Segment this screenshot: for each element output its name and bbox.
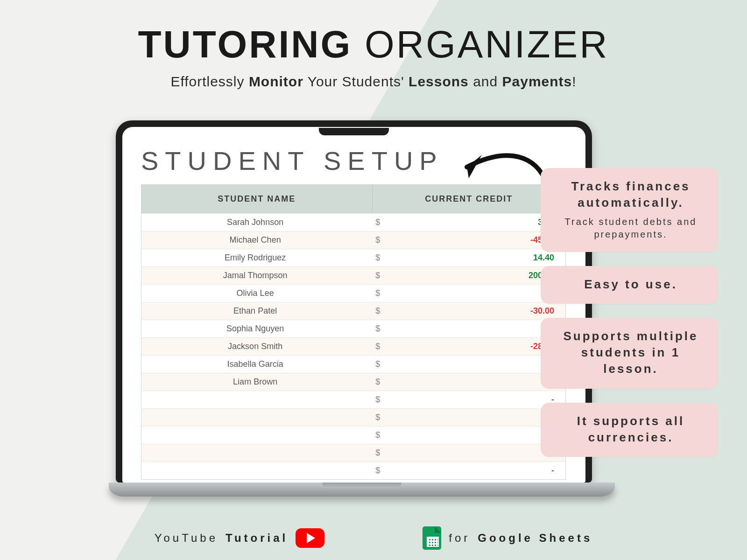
cell-student-name[interactable]: Sophia Nguyen <box>141 320 369 337</box>
table-row[interactable]: Emily Rodriguez$14.40 <box>141 249 565 266</box>
currency-symbol: $ <box>375 306 380 316</box>
table-row[interactable]: Isabella Garcia$- <box>141 355 565 373</box>
laptop-base <box>109 483 615 497</box>
cell-current-credit[interactable]: $- <box>369 356 565 373</box>
page-title: TUTORING ORGANIZER <box>0 22 747 66</box>
cell-current-credit[interactable]: $- <box>369 373 565 391</box>
table-row[interactable]: $- <box>141 444 565 462</box>
currency-symbol: $ <box>375 253 380 263</box>
currency-symbol: $ <box>375 430 380 440</box>
cell-student-name[interactable] <box>141 391 369 408</box>
cell-student-name[interactable] <box>141 444 369 462</box>
title-bold: TUTORING <box>138 23 352 65</box>
callout-heading: Easy to use. <box>556 276 706 293</box>
cell-student-name[interactable] <box>141 462 369 479</box>
headline: TUTORING ORGANIZER <box>0 22 747 66</box>
title-light: ORGANIZER <box>365 23 609 65</box>
callout-heading: It supports all currencies. <box>556 413 706 446</box>
currency-symbol: $ <box>375 413 380 422</box>
currency-symbol: $ <box>375 342 380 351</box>
table-row[interactable]: Olivia Lee$- <box>141 284 565 302</box>
cell-current-credit[interactable]: $-28.64 <box>369 338 565 355</box>
subheadline: Effortlessly Monitor Your Students' Less… <box>0 74 747 90</box>
table-row[interactable]: Sophia Nguyen$- <box>141 320 565 337</box>
cell-current-credit[interactable]: $- <box>369 409 565 426</box>
currency-symbol: $ <box>375 235 380 245</box>
table-row[interactable]: Ethan Patel$-30.00 <box>141 302 565 320</box>
cell-student-name[interactable]: Olivia Lee <box>141 285 369 302</box>
currency-symbol: $ <box>375 448 380 458</box>
currency-symbol: $ <box>375 271 380 280</box>
currency-symbol: $ <box>375 395 380 405</box>
cell-student-name[interactable]: Liam Brown <box>141 373 369 391</box>
callout-heading: Tracks finances automatically. <box>556 178 706 211</box>
cell-current-credit[interactable]: $- <box>369 320 565 337</box>
cell-current-credit[interactable]: $- <box>369 285 565 302</box>
laptop-hinge-notch <box>322 483 402 488</box>
currency-symbol: $ <box>375 377 380 387</box>
footer-strip: YouTube Tutorial for Google Sheets <box>0 526 747 550</box>
table-row[interactable]: Michael Chen$-45.00 <box>141 231 565 249</box>
youtube-tutorial-link[interactable]: YouTube Tutorial <box>155 528 325 548</box>
cell-student-name[interactable]: Emily Rodriguez <box>141 249 369 266</box>
col-header-name: STUDENT NAME <box>141 185 372 213</box>
credit-value: - <box>551 466 554 476</box>
cell-student-name[interactable] <box>141 427 369 444</box>
cell-current-credit[interactable]: $-30.00 <box>369 302 565 320</box>
google-sheets-link[interactable]: for Google Sheets <box>423 526 592 550</box>
currency-symbol: $ <box>375 288 380 298</box>
currency-symbol: $ <box>375 324 380 334</box>
callouts: Tracks finances automatically.Track stud… <box>541 168 718 457</box>
currency-symbol: $ <box>375 466 380 476</box>
cell-student-name[interactable]: Jackson Smith <box>141 338 369 355</box>
callout-card: It supports all currencies. <box>541 403 718 457</box>
callout-card: Supports multiple students in 1 lesson. <box>541 318 718 388</box>
cell-current-credit[interactable]: $14.40 <box>369 249 565 266</box>
cell-student-name[interactable]: Michael Chen <box>141 231 369 249</box>
cell-student-name[interactable]: Ethan Patel <box>141 302 369 320</box>
table-row[interactable]: Jamal Thompson$200.00 <box>141 266 565 284</box>
callout-card: Easy to use. <box>541 266 718 304</box>
youtube-icon <box>296 528 324 548</box>
cell-student-name[interactable]: Jamal Thompson <box>141 267 369 284</box>
cell-student-name[interactable] <box>141 409 369 426</box>
callout-heading: Supports multiple students in 1 lesson. <box>556 328 706 377</box>
cell-student-name[interactable]: Sarah Johnson <box>141 214 369 231</box>
cell-current-credit[interactable]: $3.33 <box>369 214 565 231</box>
table-row[interactable]: Jackson Smith$-28.64 <box>141 337 565 355</box>
cell-current-credit[interactable]: $- <box>369 444 565 462</box>
cell-current-credit[interactable]: $200.00 <box>369 267 565 284</box>
table-row[interactable]: $- <box>141 426 565 444</box>
cell-current-credit[interactable]: $- <box>369 391 565 408</box>
cell-current-credit[interactable]: $- <box>369 427 565 444</box>
table-row[interactable]: $- <box>141 391 565 408</box>
table-row[interactable]: $- <box>141 408 565 426</box>
table-row[interactable]: Sarah Johnson$3.33 <box>141 213 565 231</box>
cell-current-credit[interactable]: $-45.00 <box>369 231 565 249</box>
table-row[interactable]: $- <box>141 462 565 479</box>
currency-symbol: $ <box>375 217 380 227</box>
student-table: STUDENT NAME CURRENT CREDIT Sarah Johnso… <box>141 184 566 480</box>
callout-card: Tracks finances automatically.Track stud… <box>541 168 718 252</box>
callout-subtext: Track student debts and prepayments. <box>556 216 706 241</box>
google-sheets-icon <box>423 526 441 550</box>
currency-symbol: $ <box>375 359 380 369</box>
laptop-notch <box>319 128 389 135</box>
cell-student-name[interactable]: Isabella Garcia <box>141 356 369 373</box>
cell-current-credit[interactable]: $- <box>369 462 565 479</box>
table-row[interactable]: Liam Brown$- <box>141 373 565 391</box>
